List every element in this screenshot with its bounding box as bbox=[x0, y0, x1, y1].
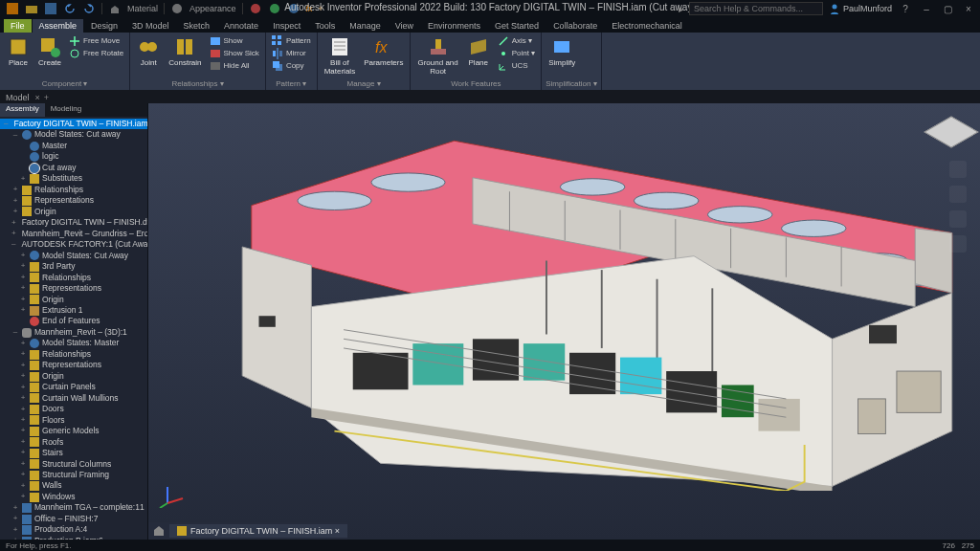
parameters-button[interactable]: fxParameters bbox=[361, 34, 406, 69]
home-icon[interactable] bbox=[108, 2, 122, 15]
tree-revit3d[interactable]: –Mannheim_Revit – (3D):1 bbox=[0, 327, 147, 338]
show-sick-button[interactable]: Show Sick bbox=[208, 47, 261, 59]
tree-generic[interactable]: +Generic Models bbox=[0, 426, 147, 436]
tree-origin[interactable]: +Origin bbox=[0, 207, 147, 217]
tab-collaborate[interactable]: Collaborate bbox=[546, 19, 604, 33]
nav-zoom-icon[interactable] bbox=[949, 235, 967, 253]
search-input[interactable] bbox=[689, 2, 823, 15]
help-icon[interactable]: ? bbox=[898, 2, 913, 15]
tree-dwg[interactable]: +Factory DIGITAL TWIN – FINISH.dwg bbox=[0, 217, 147, 228]
tree-logic[interactable]: logic bbox=[0, 151, 147, 162]
tab-getstarted[interactable]: Get Started bbox=[488, 19, 546, 33]
color1-icon[interactable] bbox=[249, 2, 262, 15]
tab-view[interactable]: View bbox=[389, 19, 420, 33]
mirror-button[interactable]: Mirror bbox=[270, 47, 313, 59]
tree-floors[interactable]: +Floors bbox=[0, 415, 147, 426]
tab-design[interactable]: Design bbox=[84, 19, 124, 33]
tree-representations[interactable]: +Representations bbox=[0, 195, 147, 206]
tree-struct-cols[interactable]: +Structural Columns bbox=[0, 459, 147, 470]
maximize-icon[interactable]: ▢ bbox=[940, 2, 955, 15]
model-tab[interactable]: Model bbox=[0, 92, 35, 103]
tree-proda[interactable]: +Production A:4 bbox=[0, 524, 147, 535]
nav-pan-icon[interactable] bbox=[949, 210, 967, 228]
tree-tab-assembly[interactable]: Assembly bbox=[0, 103, 45, 117]
tree-rel3[interactable]: +Relationships bbox=[0, 349, 147, 360]
tab-3dmodel[interactable]: 3D Model bbox=[125, 19, 176, 33]
copy-button[interactable]: Copy bbox=[270, 59, 313, 72]
tree-rep2[interactable]: +Representations bbox=[0, 283, 147, 294]
redo-icon[interactable] bbox=[82, 2, 96, 15]
create-button[interactable]: Create bbox=[35, 34, 64, 69]
simplify-button[interactable]: Simplify bbox=[546, 34, 578, 69]
tree-origin2[interactable]: +Origin bbox=[0, 295, 147, 305]
login-button[interactable]: PaulMunford bbox=[829, 3, 892, 14]
close-icon[interactable]: × bbox=[961, 2, 976, 15]
tab-sketch[interactable]: Sketch bbox=[177, 19, 217, 33]
tree-revit-grund[interactable]: +Mannheim_Revit – Grundriss – Erdgesch bbox=[0, 229, 147, 239]
doc-home-icon[interactable] bbox=[152, 524, 166, 538]
tree-eof[interactable]: End of Features bbox=[0, 316, 147, 326]
free-move-button[interactable]: Free Move bbox=[67, 34, 125, 47]
view-cube[interactable] bbox=[930, 111, 972, 153]
tree-walls[interactable]: +Walls bbox=[0, 480, 147, 491]
model-tree[interactable]: –Factory DIGITAL TWIN – FINISH.iam ( –Mo… bbox=[0, 117, 147, 540]
tree-cutaway[interactable]: Cut away bbox=[0, 163, 147, 173]
bom-button[interactable]: Bill of Materials bbox=[322, 34, 358, 77]
tree-origin3[interactable]: +Origin bbox=[0, 371, 147, 382]
tab-inspect[interactable]: Inspect bbox=[266, 19, 307, 33]
tree-curtain-mullions[interactable]: +Curtain Wall Mullions bbox=[0, 393, 147, 404]
nav-home-icon[interactable] bbox=[949, 161, 967, 178]
free-rotate-button[interactable]: Free Rotate bbox=[67, 47, 125, 59]
tab-electromech[interactable]: Electromechanical bbox=[605, 19, 689, 33]
plane-button[interactable]: Plane bbox=[464, 34, 493, 69]
sphere-icon[interactable] bbox=[170, 2, 184, 15]
tree-stairs[interactable]: +Stairs bbox=[0, 448, 147, 458]
pattern-button[interactable]: Pattern bbox=[270, 34, 313, 47]
ucs-button[interactable]: UCS bbox=[496, 59, 537, 72]
tree-rep3[interactable]: +Representations bbox=[0, 360, 147, 370]
tree-relationships[interactable]: +Relationships bbox=[0, 185, 147, 195]
tree-rel2[interactable]: +Relationships bbox=[0, 273, 147, 283]
save-icon[interactable] bbox=[44, 2, 57, 15]
tree-curtain-panels[interactable]: +Curtain Panels bbox=[0, 382, 147, 392]
nav-orbit-icon[interactable] bbox=[949, 186, 967, 203]
joint-button[interactable]: Joint bbox=[134, 34, 163, 69]
tree-roofs[interactable]: +Roofs bbox=[0, 437, 147, 448]
viewport-3d[interactable] bbox=[148, 103, 980, 540]
tree-factory[interactable]: –AUTODESK FACTORY:1 (Cut Away) bbox=[0, 239, 147, 250]
tree-root[interactable]: –Factory DIGITAL TWIN – FINISH.iam ( bbox=[0, 119, 147, 129]
open-icon[interactable] bbox=[25, 2, 38, 15]
point-button[interactable]: Point ▾ bbox=[496, 47, 537, 59]
tree-3rdparty[interactable]: +3rd Party bbox=[0, 261, 147, 272]
tree-office[interactable]: +Office – FINISH:7 bbox=[0, 514, 147, 524]
tree-tab-modeling[interactable]: Modeling bbox=[45, 103, 87, 117]
tab-environments[interactable]: Environments bbox=[421, 19, 487, 33]
tab-file[interactable]: File bbox=[4, 19, 32, 33]
tree-windows[interactable]: +Windows bbox=[0, 492, 147, 502]
axis-button[interactable]: Axis ▾ bbox=[496, 34, 537, 47]
tree-master[interactable]: Master bbox=[0, 141, 147, 151]
tree-struct-frame[interactable]: +Structural Framing bbox=[0, 470, 147, 480]
tree-model-states[interactable]: –Model States: Cut away bbox=[0, 129, 147, 140]
hide-all-button[interactable]: Hide All bbox=[208, 59, 261, 72]
tab-manage[interactable]: Manage bbox=[343, 19, 388, 33]
constrain-button[interactable]: Constrain bbox=[166, 34, 204, 69]
color2-icon[interactable] bbox=[268, 2, 281, 15]
tree-extrusion[interactable]: +Extrusion 1 bbox=[0, 305, 147, 316]
tree-ms-master[interactable]: +Model States: Master bbox=[0, 338, 147, 348]
tree-tga[interactable]: +Mannheim TGA – complete:11 bbox=[0, 502, 147, 513]
tree-ms-cut[interactable]: +Model States: Cut Away bbox=[0, 251, 147, 261]
show-button[interactable]: Show bbox=[208, 34, 261, 47]
svg-rect-27 bbox=[332, 38, 347, 55]
document-tab[interactable]: Factory DIGITAL TWIN – FINISH.iam × bbox=[169, 524, 347, 538]
app-menu-button[interactable] bbox=[6, 2, 19, 15]
tab-annotate[interactable]: Annotate bbox=[217, 19, 265, 33]
undo-icon[interactable] bbox=[63, 2, 77, 15]
tab-tools[interactable]: Tools bbox=[308, 19, 342, 33]
ground-root-button[interactable]: Ground and Root bbox=[414, 34, 460, 77]
minimize-icon[interactable]: – bbox=[919, 2, 934, 15]
tree-substitutes[interactable]: +Substitutes bbox=[0, 173, 147, 184]
place-button[interactable]: Place bbox=[4, 34, 33, 69]
tree-doors[interactable]: +Doors bbox=[0, 404, 147, 414]
tab-assemble[interactable]: Assemble bbox=[33, 19, 84, 33]
